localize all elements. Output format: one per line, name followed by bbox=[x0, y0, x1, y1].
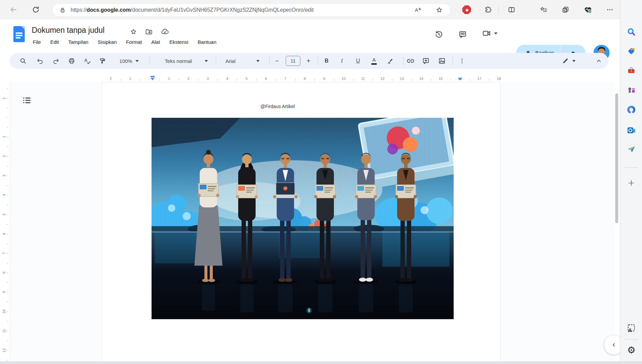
ruler-number: 9 bbox=[2, 290, 6, 294]
settings-icon[interactable]: ⚙ bbox=[626, 345, 637, 356]
ruler-number: 18 bbox=[496, 77, 501, 81]
docs-logo[interactable] bbox=[13, 26, 25, 42]
ruler-number: 1 bbox=[2, 135, 6, 139]
ruler-number: 13 bbox=[399, 77, 404, 81]
toolbar-divider bbox=[269, 57, 270, 65]
lock-icon[interactable] bbox=[59, 7, 66, 13]
more-icon[interactable] bbox=[604, 4, 616, 15]
paint-format-button[interactable] bbox=[99, 57, 106, 65]
print-button[interactable] bbox=[68, 57, 75, 65]
spellcheck-letter: A bbox=[84, 58, 88, 63]
spellcheck-button[interactable]: A bbox=[83, 57, 91, 65]
history-icon[interactable] bbox=[433, 29, 445, 40]
chevron-down-icon bbox=[572, 60, 576, 62]
zoom-value: 100% bbox=[119, 58, 132, 64]
menu-item[interactable]: File bbox=[29, 38, 44, 46]
menu-item[interactable]: Tampilan bbox=[65, 38, 92, 46]
search-menus-button[interactable] bbox=[19, 57, 27, 65]
collections-icon[interactable] bbox=[560, 4, 571, 15]
favorite-star-icon[interactable] bbox=[434, 4, 445, 16]
shopping-icon[interactable] bbox=[626, 46, 637, 57]
ruler-number: 15 bbox=[438, 77, 443, 81]
ruler-number: 2 bbox=[2, 155, 6, 158]
underline-button[interactable]: U bbox=[356, 58, 360, 64]
document-page[interactable]: @Firdaus Artikel bbox=[102, 82, 500, 364]
outlook-icon[interactable] bbox=[626, 124, 637, 136]
back-button[interactable] bbox=[8, 4, 19, 15]
toolbar-divider bbox=[403, 57, 403, 65]
decrease-font-button[interactable]: − bbox=[275, 57, 279, 65]
browser-essentials-icon[interactable] bbox=[582, 4, 593, 15]
menu-item[interactable]: Format bbox=[123, 38, 146, 46]
ruler-number: 7 bbox=[284, 77, 287, 81]
italic-button[interactable]: I bbox=[341, 58, 343, 64]
cloud-saved-icon[interactable] bbox=[159, 26, 171, 37]
stage-photo bbox=[152, 118, 454, 319]
toolbar-divider bbox=[150, 57, 150, 65]
highlight-button[interactable] bbox=[386, 57, 394, 65]
redo-button[interactable] bbox=[52, 57, 60, 65]
ruler-number: 4 bbox=[225, 77, 229, 81]
paragraph-style-select[interactable]: Teks normal bbox=[165, 58, 208, 64]
zoom-select[interactable]: 100% bbox=[119, 58, 139, 64]
chevron-down-icon bbox=[256, 60, 260, 62]
ruler-number: 1 bbox=[167, 77, 171, 81]
menu-item[interactable]: Bantuan bbox=[194, 38, 220, 46]
ruler-number: 7 bbox=[2, 252, 6, 255]
ruler-number: 6 bbox=[264, 77, 268, 81]
add-comment-button[interactable] bbox=[422, 57, 430, 65]
games-icon[interactable] bbox=[626, 84, 637, 95]
ruler-number: 10 bbox=[2, 309, 6, 314]
menu-item[interactable]: Alat bbox=[148, 38, 163, 46]
link-button[interactable] bbox=[406, 57, 415, 65]
meet-button[interactable] bbox=[482, 29, 497, 38]
comments-icon[interactable] bbox=[457, 29, 468, 40]
horizontal-ruler[interactable]: 21123456789101112131415161718 bbox=[0, 75, 642, 82]
image-caption[interactable]: @Firdaus Artikel bbox=[261, 104, 295, 109]
more-options-button[interactable] bbox=[459, 58, 465, 64]
read-aloud-icon[interactable]: A bbox=[412, 4, 424, 16]
collapse-toolbar-button[interactable] bbox=[595, 57, 603, 65]
search-icon[interactable] bbox=[626, 26, 637, 37]
adblock-icon[interactable] bbox=[461, 4, 472, 15]
vertical-ruler[interactable] bbox=[0, 82, 10, 361]
menu-item[interactable]: Edit bbox=[47, 38, 62, 46]
insert-image-button[interactable] bbox=[438, 57, 446, 65]
menu-item[interactable]: Ekstensi bbox=[166, 38, 192, 46]
increase-font-button[interactable]: + bbox=[306, 57, 310, 65]
messaging-icon[interactable] bbox=[626, 144, 637, 155]
font-select[interactable]: Arial bbox=[225, 58, 260, 64]
ruler-number: 17 bbox=[477, 77, 482, 81]
microsoft365-icon[interactable] bbox=[626, 104, 637, 115]
star-icon[interactable] bbox=[128, 26, 139, 37]
favorites-bar-icon[interactable] bbox=[538, 4, 549, 15]
left-indent-marker[interactable] bbox=[151, 78, 155, 80]
bold-button[interactable]: B bbox=[325, 58, 329, 64]
refresh-button[interactable] bbox=[30, 4, 41, 15]
split-screen-icon[interactable] bbox=[506, 4, 517, 15]
extensions-icon[interactable] bbox=[482, 4, 494, 15]
first-line-indent-marker[interactable] bbox=[151, 76, 155, 77]
tools-icon[interactable] bbox=[626, 65, 637, 76]
document-photo[interactable] bbox=[152, 118, 454, 319]
url-text[interactable]: https://docs.google.com/document/d/1dyFa… bbox=[71, 7, 314, 13]
menu-item[interactable]: Sisipkan bbox=[94, 38, 120, 46]
edge-sidebar: ⚙ bbox=[620, 0, 642, 361]
toolbar-divider bbox=[318, 57, 318, 65]
add-icon[interactable] bbox=[626, 177, 637, 189]
right-indent-marker[interactable] bbox=[458, 78, 462, 80]
address-bar[interactable]: https://docs.google.com/document/d/1dyFa… bbox=[52, 3, 451, 17]
text-color-button[interactable]: A bbox=[371, 57, 377, 65]
document-outline-button[interactable] bbox=[21, 95, 33, 106]
menu-bar: FileEditTampilanSisipkanFormatAlatEksten… bbox=[29, 38, 220, 46]
ruler-number: 12 bbox=[2, 348, 6, 353]
document-title[interactable]: Dokumen tanpa judul bbox=[32, 26, 104, 35]
screenshot-icon[interactable] bbox=[626, 322, 637, 334]
color-swatch bbox=[371, 63, 377, 65]
font-size-input[interactable]: 11 bbox=[286, 56, 300, 66]
undo-button[interactable] bbox=[36, 57, 44, 65]
move-folder-icon[interactable] bbox=[143, 26, 155, 37]
toolbar-divider bbox=[453, 57, 453, 65]
scrollbar[interactable] bbox=[615, 93, 618, 223]
editing-mode-button[interactable] bbox=[562, 58, 576, 65]
